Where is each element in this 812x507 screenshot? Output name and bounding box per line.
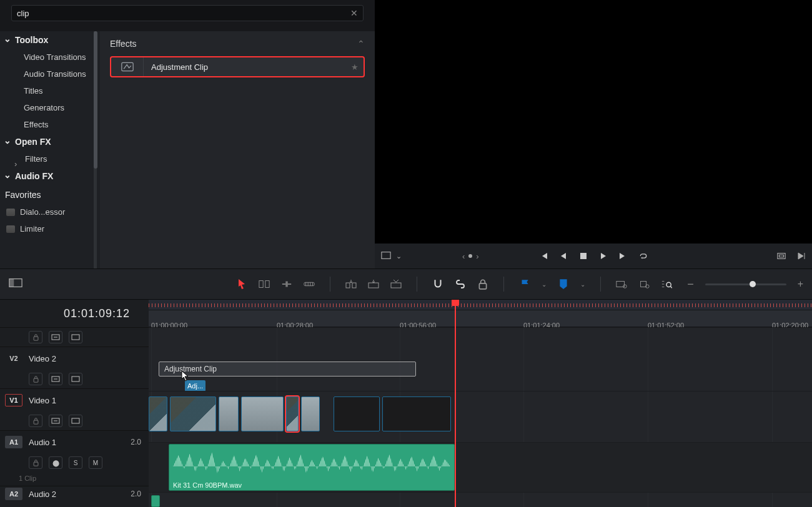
lock-icon[interactable] <box>477 278 488 290</box>
sidebar-item-effects[interactable]: Effects <box>0 116 100 133</box>
playhead[interactable] <box>455 300 456 507</box>
track-lane-v1[interactable] <box>149 391 812 442</box>
svg-rect-11 <box>352 283 356 288</box>
svg-rect-10 <box>346 283 350 288</box>
play-icon[interactable] <box>599 252 608 260</box>
track-lane-a2[interactable] <box>149 492 812 507</box>
flag-dropdown-icon[interactable]: ⌄ <box>542 281 547 288</box>
lock-track-icon[interactable] <box>29 456 42 469</box>
zoom-out-icon[interactable]: − <box>687 278 694 291</box>
timeline-ruler[interactable]: 01:00:00:0001:00:28:0001:00:56:0001:01:2… <box>149 300 812 327</box>
audio-clip-small[interactable] <box>151 495 160 507</box>
search-input[interactable] <box>17 9 350 18</box>
category-audiofx[interactable]: Audio FX <box>0 167 100 185</box>
track-tag-a2[interactable]: A2 <box>5 488 22 500</box>
auto-select-icon[interactable] <box>49 415 62 427</box>
effect-item-adjustment-clip[interactable]: Adjustment Clip ★ <box>110 56 365 77</box>
dynamic-trim-icon[interactable] <box>281 278 292 290</box>
mute-button[interactable]: M <box>89 456 102 469</box>
toggle-video-icon[interactable] <box>69 331 82 343</box>
arm-record-icon[interactable]: ⬤ <box>49 456 62 469</box>
track-lane-a1[interactable]: Kit 31 Cm 90BPM.wav <box>149 442 812 492</box>
viewer-overlay-icon[interactable] <box>381 251 391 262</box>
selection-tool-icon[interactable] <box>236 278 247 290</box>
video-clip[interactable] <box>382 396 451 431</box>
marker-dropdown-icon[interactable]: ⌄ <box>580 281 585 288</box>
lock-track-icon[interactable] <box>29 331 42 343</box>
video-clip[interactable] <box>170 396 216 431</box>
sidebar-item-video-transitions[interactable]: Video Transitions <box>0 49 100 66</box>
stop-icon[interactable] <box>579 252 588 260</box>
timeline-tracks[interactable]: 01:00:00:0001:00:28:0001:00:56:0001:01:2… <box>149 300 812 507</box>
go-end-clip-icon[interactable] <box>797 252 806 260</box>
toggle-video-icon[interactable] <box>69 373 82 385</box>
go-start-icon[interactable] <box>539 252 548 260</box>
favorite-item-limiter[interactable]: Limiter <box>0 220 100 237</box>
track-name-a1: Audio 1 <box>29 438 56 447</box>
category-toolbox[interactable]: Toolbox <box>0 31 100 49</box>
lock-track-icon[interactable] <box>29 373 42 385</box>
match-frame-icon[interactable] <box>777 252 786 260</box>
lock-track-icon[interactable] <box>29 415 42 427</box>
timeline-view-options-icon[interactable] <box>9 278 22 290</box>
clear-search-icon[interactable]: ✕ <box>350 8 358 18</box>
video-clip[interactable] <box>219 396 239 431</box>
favorite-item-dialoessor[interactable]: Dialo...essor <box>0 204 100 220</box>
step-back-icon[interactable] <box>559 252 568 260</box>
sidebar-item-generators[interactable]: Generators <box>0 99 100 116</box>
marker-icon[interactable] <box>558 278 569 290</box>
viewer-overlay-dropdown-icon[interactable]: ⌄ <box>396 252 402 260</box>
timecode-display[interactable]: 01:01:09:12 <box>0 300 149 327</box>
track-clipcount-a1: 1 Clip <box>0 472 149 486</box>
category-openfx[interactable]: Open FX <box>0 133 100 150</box>
playhead-handle-icon[interactable] <box>452 300 459 306</box>
video-clip[interactable] <box>286 396 299 431</box>
zoom-slider-knob[interactable] <box>750 281 756 287</box>
effects-list-panel: Effects Adjustment Clip ★ <box>100 31 375 268</box>
sidebar-item-filters[interactable]: Filters <box>0 150 100 167</box>
track-tag-a1[interactable]: A1 <box>5 436 22 448</box>
video-clip[interactable] <box>149 396 167 431</box>
insert-clip-icon[interactable] <box>345 278 357 290</box>
svg-rect-13 <box>391 283 401 288</box>
replace-clip-icon[interactable] <box>390 278 402 290</box>
auto-select-icon[interactable] <box>49 331 62 343</box>
snapping-icon[interactable] <box>432 278 443 290</box>
timeline: 01:01:09:12 V2 Video 2 <box>0 300 812 507</box>
sidebar-item-audio-transitions[interactable]: Audio Transitions <box>0 66 100 82</box>
toggle-video-icon[interactable] <box>69 415 82 427</box>
prev-marker-icon[interactable]: ‹ <box>462 252 465 261</box>
linked-selection-icon[interactable] <box>455 278 466 290</box>
sidebar-item-titles[interactable]: Titles <box>0 82 100 99</box>
collapse-panel-icon[interactable] <box>357 39 365 49</box>
blade-tool-icon[interactable] <box>304 278 315 290</box>
solo-button[interactable]: S <box>69 456 82 469</box>
timeline-toolbar: ⌄ ⌄ − + <box>0 268 812 300</box>
favorite-star-icon[interactable]: ★ <box>346 62 364 72</box>
flag-icon[interactable] <box>519 278 530 290</box>
zoom-full-icon[interactable] <box>616 278 627 290</box>
go-end-icon[interactable] <box>619 252 628 260</box>
search-bar[interactable]: ✕ <box>11 5 364 21</box>
overwrite-clip-icon[interactable] <box>368 278 379 290</box>
sidebar-scrollbar[interactable] <box>94 31 97 268</box>
viewer-controls: ⌄ ‹ › <box>375 244 812 268</box>
track-tag-v2[interactable]: V2 <box>5 352 22 365</box>
zoom-slider[interactable] <box>705 283 786 285</box>
video-clip[interactable] <box>301 396 320 431</box>
svg-rect-23 <box>34 378 38 382</box>
video-clip[interactable] <box>334 396 380 431</box>
video-clip[interactable] <box>241 396 284 431</box>
loop-icon[interactable] <box>639 252 648 260</box>
zoom-in-icon[interactable]: + <box>798 278 803 290</box>
zoom-custom-icon[interactable] <box>661 278 672 290</box>
svg-rect-28 <box>72 418 79 423</box>
auto-select-icon[interactable] <box>49 373 62 385</box>
trim-tool-icon[interactable] <box>259 278 270 290</box>
adjustment-clip-ghost[interactable]: Adjustment Clip <box>159 362 416 377</box>
track-tag-v1[interactable]: V1 <box>5 394 22 406</box>
zoom-detail-icon[interactable] <box>638 278 650 290</box>
next-marker-icon[interactable]: › <box>476 252 478 261</box>
track-lane-v2[interactable]: Adjustment Clip Adj... <box>149 327 812 391</box>
audio-clip[interactable]: Kit 31 Cm 90BPM.wav <box>169 444 455 491</box>
